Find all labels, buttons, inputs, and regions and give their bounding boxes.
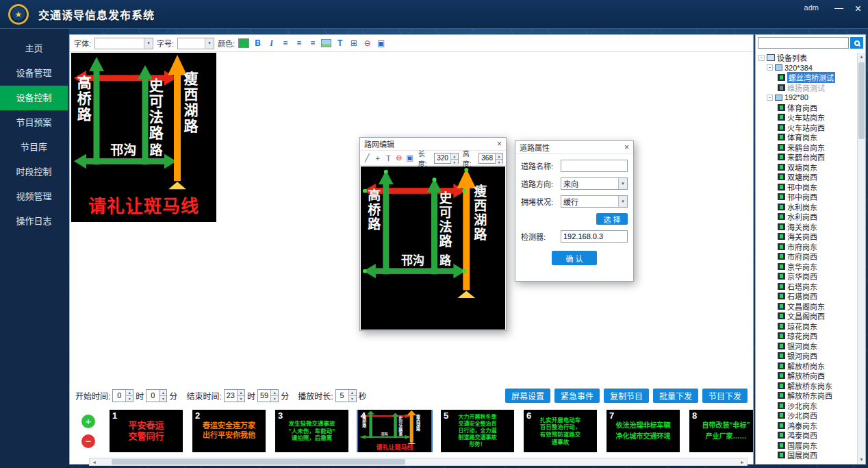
device-item[interactable]: 沙北岗西 bbox=[757, 410, 856, 421]
length-spinner[interactable]: 320▲▼ bbox=[434, 153, 459, 164]
device-item[interactable]: 来鹤台岗东 bbox=[757, 143, 856, 153]
align-center-icon[interactable]: ≡ bbox=[294, 38, 304, 48]
device-item[interactable]: 水利岗东 bbox=[757, 202, 856, 212]
spin-down-icon[interactable]: ▼ bbox=[496, 160, 502, 165]
vertical-scrollbar[interactable]: ▲ ▼ bbox=[857, 53, 865, 464]
copy-program-button[interactable]: 复制节目 bbox=[604, 389, 649, 403]
spin-down-icon[interactable]: ▼ bbox=[159, 396, 166, 402]
program-thumb-2[interactable]: 2 春运安全连万家出行平安你我他 bbox=[192, 410, 266, 452]
program-thumb-7[interactable]: 7 依法治理非标车辆净化城市交通环境 bbox=[607, 410, 680, 452]
device-item[interactable]: 双塘岗西 bbox=[757, 172, 856, 182]
add-tool-icon[interactable]: + bbox=[374, 154, 383, 162]
nav-item-device-control[interactable]: 设备控制 bbox=[0, 86, 68, 110]
device-item[interactable]: 市府岗东 bbox=[757, 242, 856, 252]
device-item[interactable]: 市府岗西 bbox=[757, 251, 856, 262]
end-hour-spinner[interactable]: 23▲▼ bbox=[224, 389, 245, 402]
save-tool-icon[interactable]: ▣ bbox=[405, 153, 414, 162]
device-item[interactable]: 火车站岗东 bbox=[757, 112, 856, 123]
detector-input[interactable] bbox=[561, 230, 628, 243]
device-item[interactable]: 火车站岗西 bbox=[757, 123, 856, 133]
program-thumb-5[interactable]: 5 大力开展秋冬季交通安全整治百日行动，全力遏制道路交通事故形势！ bbox=[441, 410, 514, 452]
device-item[interactable]: 海关岗西 bbox=[757, 232, 856, 242]
scrollbar-thumb[interactable] bbox=[112, 459, 406, 465]
start-minute-spinner[interactable]: 0▲▼ bbox=[146, 389, 167, 402]
program-send-button[interactable]: 节目下发 bbox=[702, 389, 748, 403]
scroll-up-icon[interactable]: ▲ bbox=[859, 53, 864, 61]
scroll-left-icon[interactable]: ◄ bbox=[90, 460, 99, 465]
scroll-down-icon[interactable]: ▼ bbox=[859, 456, 864, 464]
device-item[interactable]: 银河岗西 bbox=[757, 351, 856, 361]
emergency-button[interactable]: 紧急事件 bbox=[554, 389, 600, 403]
remove-icon[interactable]: ⊖ bbox=[362, 38, 372, 48]
device-item[interactable]: 来鹤台岗西 bbox=[757, 152, 856, 162]
collapse-icon[interactable]: - bbox=[758, 55, 765, 61]
device-item[interactable]: 解放桥岗西 bbox=[757, 371, 856, 381]
align-right-icon[interactable]: ≡ bbox=[307, 38, 318, 48]
close-icon[interactable]: × bbox=[855, 3, 861, 15]
remove-tool-icon[interactable]: ⊖ bbox=[395, 153, 404, 162]
device-item[interactable]: 螺丝湾桥测试 bbox=[757, 73, 856, 83]
collapse-icon[interactable]: - bbox=[767, 95, 773, 101]
nav-item-program-library[interactable]: 节目库 bbox=[0, 135, 68, 160]
device-item[interactable]: 国展岗西 bbox=[757, 450, 856, 460]
device-item[interactable]: 京华岗东 bbox=[757, 262, 856, 272]
spin-down-icon[interactable]: ▼ bbox=[451, 160, 458, 165]
spin-up-icon[interactable]: ▲ bbox=[349, 390, 356, 396]
device-item[interactable]: 水利岗西 bbox=[757, 212, 856, 222]
size-select[interactable]: ▾ bbox=[177, 38, 214, 49]
road-name-input[interactable] bbox=[561, 160, 628, 172]
duration-spinner[interactable]: 5▲▼ bbox=[335, 389, 357, 402]
device-item[interactable]: 体育岗西 bbox=[757, 103, 856, 113]
device-item[interactable]: 解放桥东岗东 bbox=[757, 381, 856, 391]
spin-down-icon[interactable]: ▼ bbox=[126, 396, 133, 402]
device-item[interactable]: 双塘岗东 bbox=[757, 162, 856, 173]
program-thumb-6[interactable]: 6 扎实开展电动车百日整治行动，有效预防道路交通事故 bbox=[524, 410, 597, 452]
align-left-icon[interactable]: ≡ bbox=[280, 38, 290, 48]
grid-icon[interactable]: ⊞ bbox=[348, 38, 359, 48]
italic-button[interactable]: I bbox=[266, 38, 277, 49]
device-item[interactable]: 琼花岗东 bbox=[757, 321, 856, 332]
nav-item-device-management[interactable]: 设备管理 bbox=[0, 61, 68, 86]
road-direction-select[interactable]: 来向▾ bbox=[561, 177, 628, 190]
program-thumb-1[interactable]: 1 平安春运交警同行 bbox=[110, 410, 183, 452]
device-item[interactable]: 解放桥岗东 bbox=[757, 361, 856, 371]
close-icon[interactable]: × bbox=[624, 143, 629, 152]
close-icon[interactable]: × bbox=[497, 139, 502, 149]
road-network-canvas[interactable]: 高桥路 史可法路 瘦西湖路 邗沟 路 请礼让斑马线 bbox=[361, 167, 505, 330]
search-button[interactable] bbox=[850, 37, 863, 49]
spin-down-icon[interactable]: ▼ bbox=[349, 396, 356, 402]
remove-program-button[interactable]: − bbox=[81, 434, 95, 448]
scrollbar-thumb[interactable] bbox=[858, 62, 865, 139]
scrollbar-track[interactable] bbox=[858, 61, 865, 456]
device-item[interactable]: 京华岗西 bbox=[757, 271, 856, 282]
add-program-button[interactable]: + bbox=[81, 415, 95, 428]
spin-up-icon[interactable]: ▲ bbox=[126, 390, 133, 396]
device-item[interactable]: 国展岗东 bbox=[757, 441, 856, 451]
spin-up-icon[interactable]: ▲ bbox=[271, 390, 278, 396]
username[interactable]: adm bbox=[804, 3, 819, 12]
end-minute-spinner[interactable]: 59▲▼ bbox=[257, 389, 279, 402]
device-item[interactable]: 石塔岗西 bbox=[757, 291, 856, 301]
text-tool-icon[interactable]: T bbox=[335, 38, 345, 48]
spin-up-icon[interactable]: ▲ bbox=[159, 390, 166, 396]
start-hour-spinner[interactable]: 0▲▼ bbox=[112, 389, 133, 402]
sign-preview[interactable]: 高桥路 史可法路 瘦西湖路 邗沟 路 请礼让斑马线 bbox=[71, 53, 216, 222]
nav-item-program-plan[interactable]: 节目预案 bbox=[0, 110, 68, 135]
font-select[interactable]: ▾ bbox=[94, 38, 153, 49]
screen-setup-button[interactable]: 屏幕设置 bbox=[505, 389, 550, 403]
color-swatch[interactable] bbox=[238, 38, 249, 48]
horizontal-scrollbar[interactable]: ◄ ► bbox=[89, 458, 748, 466]
minimize-icon[interactable]: — bbox=[834, 3, 843, 13]
save-icon[interactable]: ▣ bbox=[376, 38, 386, 48]
confirm-button[interactable]: 确 认 bbox=[552, 251, 597, 265]
device-item[interactable]: 鸿泰岗西 bbox=[757, 430, 856, 441]
device-item[interactable]: 维扬商测试 bbox=[757, 83, 856, 93]
collapse-icon[interactable]: - bbox=[767, 64, 773, 71]
scroll-right-icon[interactable]: ► bbox=[738, 460, 747, 465]
device-item[interactable]: 鸿泰岗东 bbox=[757, 421, 856, 431]
spin-down-icon[interactable]: ▼ bbox=[238, 396, 244, 402]
device-item[interactable]: 邗中岗东 bbox=[757, 182, 856, 193]
spin-up-icon[interactable]: ▲ bbox=[238, 390, 244, 396]
device-item[interactable]: 文昌阁岗西 bbox=[757, 311, 856, 321]
program-thumb-8[interactable]: 8 自带改装“非标”产业厂家…… bbox=[689, 410, 753, 452]
